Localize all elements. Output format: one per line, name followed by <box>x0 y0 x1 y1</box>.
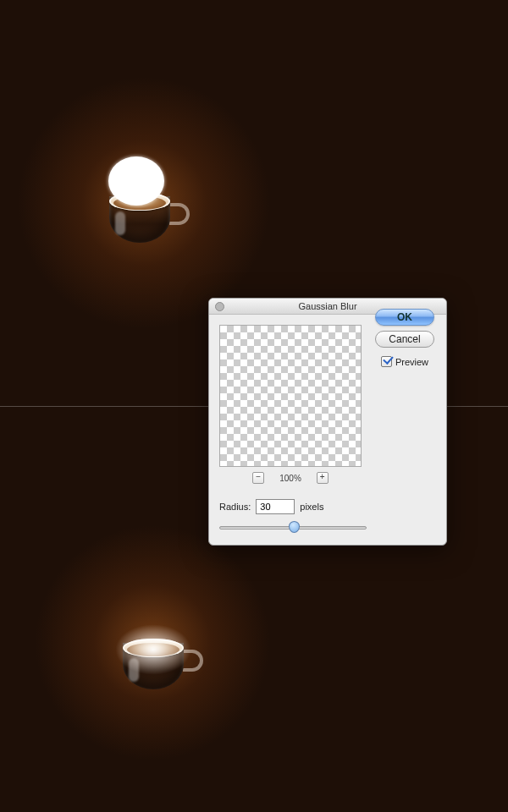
dialog-title: Gaussian Blur <box>298 301 356 311</box>
zoom-out-button[interactable]: − <box>252 472 264 484</box>
cancel-button[interactable]: Cancel <box>375 331 434 348</box>
dialog-button-column: OK Cancel Preview <box>373 309 436 367</box>
zoom-in-button[interactable]: + <box>317 472 329 484</box>
preview-checkbox-row[interactable]: Preview <box>381 356 428 367</box>
zoom-level: 100% <box>279 474 301 483</box>
radius-input[interactable] <box>256 499 295 514</box>
dialog-body: OK Cancel Preview − 100% + Radius: pixel… <box>209 315 446 545</box>
filter-preview[interactable] <box>219 325 362 467</box>
cup-highlight <box>115 211 125 235</box>
unblurred-highlight <box>108 156 164 206</box>
gaussian-blur-dialog: Gaussian Blur OK Cancel Preview − 100% +… <box>208 298 447 546</box>
zoom-controls: − 100% + <box>219 472 362 484</box>
slider-thumb[interactable] <box>289 521 300 533</box>
preview-checkbox[interactable] <box>381 356 392 367</box>
preview-label: Preview <box>395 357 428 367</box>
blurred-highlight <box>115 624 191 675</box>
radius-row: Radius: pixels <box>219 499 436 514</box>
ok-button[interactable]: OK <box>375 309 434 326</box>
close-icon[interactable] <box>215 302 224 311</box>
radius-slider[interactable] <box>219 519 367 535</box>
radius-unit: pixels <box>300 502 323 512</box>
radius-label: Radius: <box>219 502 251 512</box>
